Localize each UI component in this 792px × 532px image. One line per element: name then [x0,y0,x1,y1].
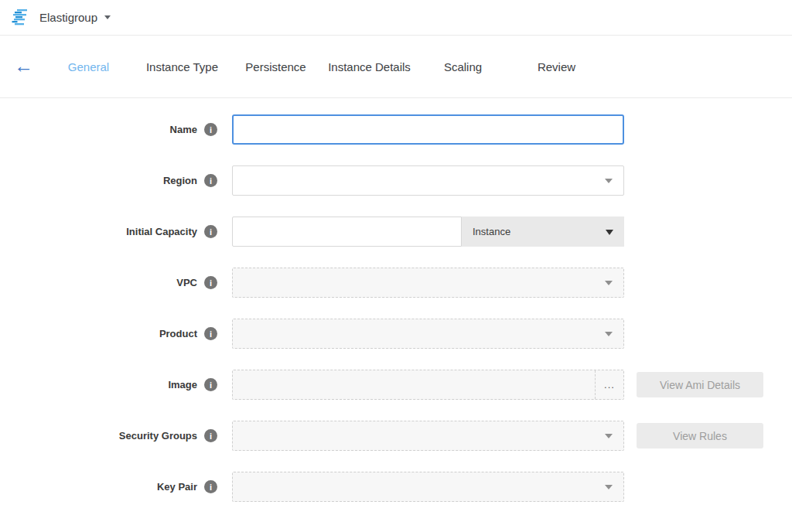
elastigroup-logo-icon [12,9,32,26]
security-groups-select [232,421,624,451]
info-icon[interactable]: i [204,480,217,493]
info-icon[interactable]: i [204,276,217,289]
info-icon[interactable]: i [204,174,217,187]
chevron-down-icon [605,434,613,438]
general-settings-form: Name i Region i Initial Capacity i Insta… [0,114,792,502]
tab-instance-type[interactable]: Instance Type [135,60,229,73]
back-arrow-icon[interactable]: ← [14,56,33,76]
chevron-down-icon [605,179,613,183]
region-label: Region [163,175,197,186]
field-row-region: Region i [0,165,792,196]
field-row-name: Name i [0,114,792,145]
info-icon[interactable]: i [204,429,217,442]
capacity-unit-value: Instance [473,226,510,237]
name-label: Name [170,124,197,135]
field-row-vpc: VPC i [0,268,792,298]
initial-capacity-input[interactable] [232,217,462,247]
initial-capacity-label: Initial Capacity [126,226,197,237]
key-pair-label: Key Pair [157,481,197,493]
view-ami-details-button[interactable]: View Ami Details [637,372,763,397]
key-pair-select [232,472,624,502]
image-label: Image [168,379,197,390]
image-value [233,370,595,399]
image-input: ... [232,370,624,400]
capacity-unit-select[interactable]: Instance [462,217,624,247]
info-icon[interactable]: i [204,123,217,136]
tab-general[interactable]: General [42,60,135,73]
view-rules-button[interactable]: View Rules [637,423,763,448]
chevron-down-icon [605,332,613,336]
chevron-down-icon [606,230,613,235]
tab-scaling[interactable]: Scaling [416,60,510,73]
product-select [232,319,624,349]
field-row-security-groups: Security Groups i View Rules [0,421,792,451]
info-icon[interactable]: i [204,225,217,238]
tab-review[interactable]: Review [510,60,603,73]
field-row-image: Image i ... View Ami Details [0,370,792,400]
field-row-key-pair: Key Pair i [0,472,792,502]
app-switcher-label[interactable]: Elastigroup [39,11,97,24]
wizard-tabbar: ← General Instance Type Persistence Inst… [0,36,792,98]
name-input[interactable] [232,114,624,145]
region-select[interactable] [232,165,624,196]
app-header: Elastigroup [0,0,792,36]
product-label: Product [159,328,197,339]
info-icon[interactable]: i [204,378,217,391]
chevron-down-icon [605,281,613,285]
tab-persistence[interactable]: Persistence [229,60,323,73]
chevron-down-icon[interactable] [104,15,111,19]
field-row-product: Product i [0,319,792,349]
image-browse-button[interactable]: ... [595,370,623,399]
vpc-select [232,268,624,298]
vpc-label: VPC [176,277,197,288]
tab-instance-details[interactable]: Instance Details [323,60,416,73]
field-row-initial-capacity: Initial Capacity i Instance [0,217,792,247]
security-groups-label: Security Groups [119,430,197,442]
chevron-down-icon [605,485,613,489]
info-icon[interactable]: i [204,327,217,340]
wizard-tabs: General Instance Type Persistence Instan… [42,60,603,73]
